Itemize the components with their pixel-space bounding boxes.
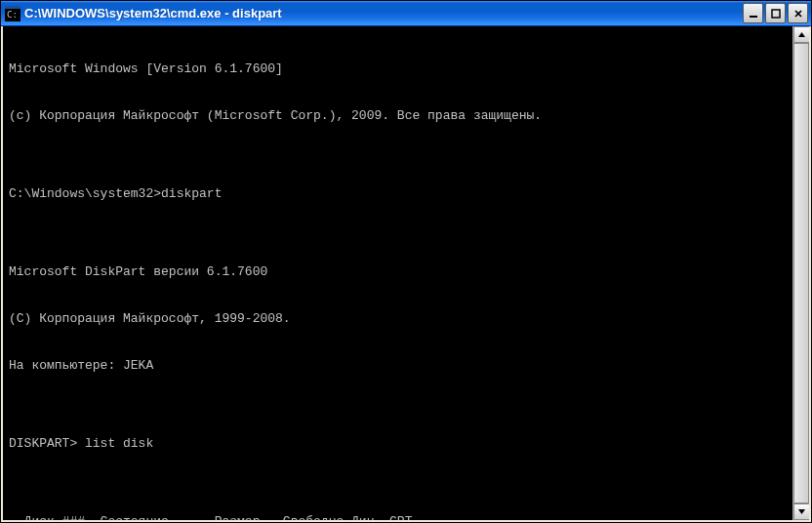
terminal-line: C:\Windows\system32>diskpart [9,186,809,202]
svg-rect-3 [750,16,757,18]
terminal-line: DISKPART> list disk [9,436,809,452]
scroll-up-button[interactable] [793,26,810,43]
minimize-button[interactable] [743,3,763,23]
vertical-scrollbar[interactable] [792,26,809,520]
maximize-button[interactable] [765,3,786,23]
table-header: Диск ### Состояние Размер Свободно Дин G… [9,514,809,522]
cmd-icon: C: [5,6,20,21]
svg-text:C:: C: [7,10,18,20]
terminal-line: Microsoft Windows [Version 6.1.7600] [9,61,809,77]
terminal-line: На компьютере: JEKA [9,358,809,374]
close-button[interactable] [788,3,808,23]
terminal-line: (C) Корпорация Майкрософт, 1999-2008. [9,311,809,327]
scroll-thumb[interactable] [793,43,809,503]
titlebar[interactable]: C: C:\WINDOWS\system32\cmd.exe - diskpar… [1,1,811,26]
scroll-down-button[interactable] [793,503,810,520]
svg-rect-4 [772,10,780,18]
cmd-window: C: C:\WINDOWS\system32\cmd.exe - diskpar… [0,0,812,523]
terminal-area[interactable]: Microsoft Windows [Version 6.1.7600] (с)… [1,26,811,522]
terminal-line: (с) Корпорация Майкрософт (Microsoft Cor… [9,108,809,124]
svg-marker-8 [798,509,805,514]
svg-marker-7 [798,32,805,37]
window-controls [743,3,808,23]
svg-rect-1 [5,6,20,9]
terminal-line: Microsoft DiskPart версии 6.1.7600 [9,264,809,280]
scroll-track[interactable] [793,43,809,503]
window-title: C:\WINDOWS\system32\cmd.exe - diskpart [24,6,743,20]
